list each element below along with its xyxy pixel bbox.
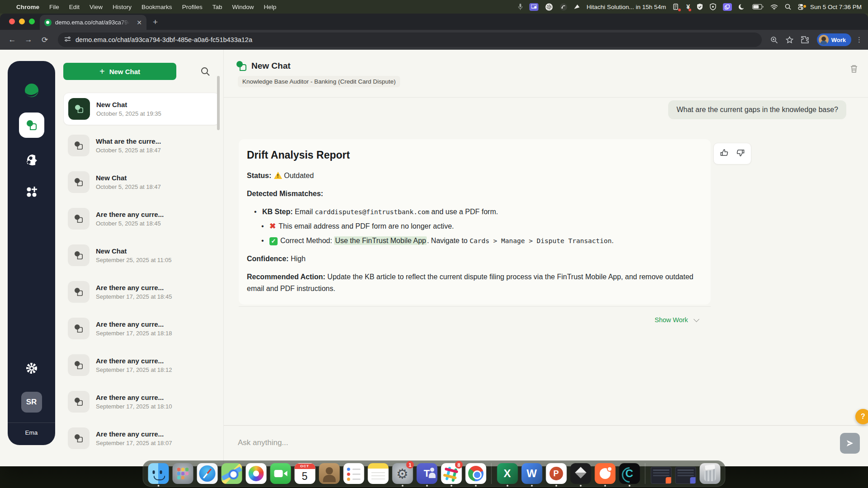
dock-facetime-icon[interactable] xyxy=(270,463,291,484)
reload-button[interactable]: ⟳ xyxy=(38,33,52,47)
message-input[interactable] xyxy=(238,438,780,447)
back-button[interactable]: ← xyxy=(5,33,19,47)
menu-chrome[interactable]: Chrome xyxy=(16,4,39,10)
dock-reminders-icon[interactable] xyxy=(343,463,364,484)
spotlight-search-icon[interactable] xyxy=(785,3,791,11)
yen-app-icon[interactable]: ¥ xyxy=(686,3,690,11)
dock-maps-icon[interactable] xyxy=(221,463,242,484)
menu-profiles[interactable]: Profiles xyxy=(182,4,203,10)
menu-history[interactable]: History xyxy=(113,4,132,10)
menu-edit[interactable]: Edit xyxy=(69,4,80,10)
chat-list-item[interactable]: Are there any curre... September 17, 202… xyxy=(63,312,220,345)
show-work-toggle[interactable]: Show Work xyxy=(655,316,698,324)
new-tab-button[interactable]: + xyxy=(153,17,158,27)
settings-gear-icon[interactable] xyxy=(23,359,41,377)
chat-list-item[interactable]: Are there any curre... September 17, 202… xyxy=(63,385,220,418)
nav-chats-selected[interactable] xyxy=(19,113,44,138)
menu-file[interactable]: File xyxy=(49,4,59,10)
dock-powerpoint-icon[interactable]: P xyxy=(546,463,567,484)
window-close-button[interactable] xyxy=(9,19,15,24)
extensions-puzzle-icon[interactable] xyxy=(799,33,811,46)
address-bar[interactable]: demo.ema.co/chat/a93ca794-3dbf-485e-a0a6… xyxy=(58,33,762,47)
forward-button[interactable]: → xyxy=(22,33,35,47)
report-confidence-line: Confidence: High xyxy=(247,253,699,265)
kb-step-item: KB Step: Email carddisputes@fintrustbank… xyxy=(254,206,699,218)
wifi-icon[interactable] xyxy=(770,3,778,11)
chat-list-item[interactable]: Are there any curre... September 17, 202… xyxy=(63,276,220,308)
search-chats-icon[interactable] xyxy=(200,66,212,78)
dock-chrome-icon[interactable] xyxy=(465,463,486,484)
chat-list-item[interactable]: Are there any curre... September 17, 202… xyxy=(63,349,220,381)
send-button[interactable] xyxy=(840,433,860,454)
delete-chat-icon[interactable] xyxy=(850,64,858,75)
screen-share-icon[interactable] xyxy=(529,3,538,11)
dock-photos-icon[interactable] xyxy=(245,463,267,484)
dock-unity-icon[interactable] xyxy=(570,463,591,484)
gear-app-icon[interactable] xyxy=(545,3,553,11)
dock-launchpad-icon[interactable] xyxy=(172,463,193,484)
chat-list-item[interactable]: What are the curre... October 5, 2025 at… xyxy=(63,129,220,162)
new-chat-button[interactable]: + New Chat xyxy=(63,63,176,80)
thumbs-up-icon[interactable] xyxy=(720,149,728,159)
bookmark-star-icon[interactable] xyxy=(783,33,796,46)
dock-calendar-icon[interactable]: OCT5 xyxy=(294,463,316,484)
menu-view[interactable]: View xyxy=(90,4,103,10)
dock-slack-icon[interactable]: 8 xyxy=(441,463,462,484)
ema-logo[interactable] xyxy=(22,81,42,101)
tab-close-icon[interactable]: ✕ xyxy=(137,19,142,26)
running-indicator xyxy=(580,485,581,487)
menu-bookmarks[interactable]: Bookmarks xyxy=(142,4,172,10)
utility-app-icon[interactable] xyxy=(560,3,567,11)
dock-contacts-icon[interactable] xyxy=(319,463,340,484)
dock-camtasia-icon[interactable]: C xyxy=(619,463,640,484)
browser-menu-icon[interactable]: ⋮ xyxy=(856,36,863,44)
calendar-notch-icon[interactable] xyxy=(574,3,580,11)
chat-list-scrollbar[interactable] xyxy=(217,76,220,130)
dock-minimized-window-teams-icon[interactable] xyxy=(675,463,696,484)
nav-agents[interactable] xyxy=(23,151,41,169)
window-zoom-button[interactable] xyxy=(29,19,35,24)
shield-check-icon[interactable] xyxy=(697,3,703,11)
chat-list-item[interactable]: New Chat September 25, 2025 at 11:05 xyxy=(63,239,220,272)
left-rail: SR Ema xyxy=(8,61,55,445)
zoom-page-icon[interactable] xyxy=(768,33,781,46)
dock-excel-icon[interactable]: X xyxy=(497,463,518,484)
battery-icon[interactable] xyxy=(752,3,764,11)
dock-postman-icon[interactable] xyxy=(594,463,616,484)
dock-word-icon[interactable]: W xyxy=(521,463,542,484)
brand-label: Ema xyxy=(25,429,38,436)
running-indicator xyxy=(506,485,508,487)
chat-item-icon xyxy=(68,208,90,230)
agent-context-pill[interactable]: Knowledge Base Auditor - Banking (Credit… xyxy=(238,76,400,87)
window-minimize-button[interactable] xyxy=(19,19,25,24)
menu-tab[interactable]: Tab xyxy=(212,4,222,10)
site-settings-icon[interactable] xyxy=(64,36,71,44)
scanner-icon[interactable] xyxy=(673,3,679,11)
fast-user-switch-icon[interactable] xyxy=(798,3,803,11)
browser-tab[interactable]: demo.ema.co/chat/a93ca794 ✕ xyxy=(40,15,146,30)
meeting-countdown[interactable]: Hitachi Solution... in 15h 54m xyxy=(587,4,666,10)
microphone-icon[interactable] xyxy=(518,3,523,11)
dock-finder-icon[interactable] xyxy=(148,463,169,484)
help-widget-button[interactable]: ? xyxy=(855,409,868,424)
chat-list-item[interactable]: Are there any curre... September 17, 202… xyxy=(63,422,220,455)
chat-list-item[interactable]: Are there any curre... October 5, 2025 a… xyxy=(63,202,220,235)
dock-trash-icon[interactable] xyxy=(699,463,721,484)
chat-list-item[interactable]: New Chat October 5, 2025 at 18:47 xyxy=(63,166,220,198)
menubar-clock[interactable]: Sun 5 Oct 7:36 PM xyxy=(810,4,862,10)
menu-window[interactable]: Window xyxy=(232,4,254,10)
dock-notes-icon[interactable] xyxy=(368,463,389,484)
menu-help[interactable]: Help xyxy=(264,4,276,10)
shield-icon[interactable] xyxy=(710,3,716,11)
focus-moon-icon[interactable] xyxy=(739,3,745,11)
dock-teams-icon[interactable]: T xyxy=(416,463,438,484)
profile-chip[interactable]: Work xyxy=(817,33,851,46)
nav-apps-add[interactable] xyxy=(23,183,41,201)
chat-list-item[interactable]: New Chat October 5, 2025 at 19:35 xyxy=(63,93,220,125)
dock-safari-icon[interactable] xyxy=(197,463,218,484)
user-avatar[interactable]: SR xyxy=(21,392,42,413)
clipboard-app-icon[interactable] xyxy=(723,3,732,11)
thumbs-down-icon[interactable] xyxy=(736,149,745,159)
dock-settings-icon[interactable]: ⚙1 xyxy=(392,463,413,484)
dock-minimized-window-postman-icon[interactable] xyxy=(651,463,672,484)
